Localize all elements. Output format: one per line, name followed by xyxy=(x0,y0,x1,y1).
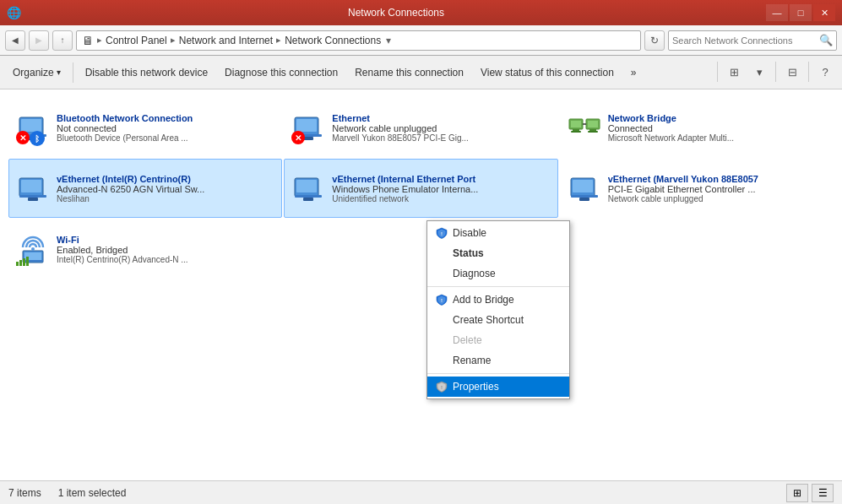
shield-icon: ! xyxy=(436,227,448,239)
svg-text:!: ! xyxy=(441,231,443,236)
help-button[interactable]: ? xyxy=(813,62,837,84)
toolbar-separator-2 xyxy=(717,62,718,82)
title-bar: 🌐 Network Connections — □ ✕ xyxy=(0,0,842,25)
ctx-rename[interactable]: Rename xyxy=(427,350,569,371)
ethernet-status: Network cable unplugged xyxy=(332,123,550,133)
ctx-disable-label: Disable xyxy=(453,227,486,239)
more-button[interactable]: » xyxy=(623,60,644,85)
toolbar: Organize ▾ Disable this network device D… xyxy=(0,56,842,89)
svg-rect-24 xyxy=(303,198,313,201)
ctx-create-shortcut[interactable]: Create Shortcut xyxy=(427,310,569,330)
vethernet-internal-status: Windows Phone Emulator Interna... xyxy=(332,184,550,194)
ctx-add-bridge[interactable]: ! Add to Bridge xyxy=(427,290,569,310)
svg-rect-23 xyxy=(295,195,322,198)
wifi-status: Enabled, Bridged xyxy=(57,245,274,255)
connection-bluetooth[interactable]: ✕ ᛒ Bluetooth Network Connection Not con… xyxy=(8,98,282,157)
bluetooth-name: Bluetooth Network Connection xyxy=(57,113,274,123)
disable-label: Disable this network device xyxy=(85,67,208,79)
vethernet-intel-status: Advanced-N 6250 AGN Virtual Sw... xyxy=(57,184,274,194)
toolbar-separator-1 xyxy=(73,62,73,83)
maximize-button[interactable]: □ xyxy=(790,4,812,21)
vethernet-internal-detail: Unidentified network xyxy=(332,194,550,203)
organize-arrow: ▾ xyxy=(57,68,61,77)
connection-network-bridge[interactable]: Network Bridge Connected Microsoft Netwo… xyxy=(560,98,834,157)
view-controls: ⊞ ☰ xyxy=(786,484,834,502)
selected-count: 1 item selected xyxy=(58,487,127,499)
svg-rect-28 xyxy=(579,198,589,201)
ctx-separator-2 xyxy=(427,373,569,374)
list-view-button[interactable]: ☰ xyxy=(812,484,834,502)
address-path[interactable]: 🖥 ▸ Control Panel ▸ Network and Internet… xyxy=(76,30,641,51)
svg-rect-9 xyxy=(571,121,581,127)
vethernet-internal-icon xyxy=(291,171,325,205)
vethernet-intel-name: vEthernet (Intel(R) Centrino(R) xyxy=(57,174,274,184)
back-button[interactable]: ◀ xyxy=(5,30,25,51)
path-network-connections[interactable]: Network Connections xyxy=(285,35,381,46)
diagnose-label: Diagnose this connection xyxy=(225,67,338,79)
vethernet-marvell-icon xyxy=(568,171,601,205)
vethernet-marvell-name: vEthernet (Marvell Yukon 88E8057 xyxy=(608,174,826,184)
bluetooth-badge: ᛒ xyxy=(30,131,45,146)
close-button[interactable]: ✕ xyxy=(813,4,835,21)
svg-rect-7 xyxy=(303,137,313,140)
connection-vethernet-marvell[interactable]: vEthernet (Marvell Yukon 88E8057 PCI-E G… xyxy=(560,159,834,218)
ctx-diagnose[interactable]: Diagnose xyxy=(427,263,569,284)
ctx-disable[interactable]: ! Disable xyxy=(427,223,569,243)
ctx-add-bridge-label: Add to Bridge xyxy=(453,294,514,306)
bridge-detail: Microsoft Network Adapter Multi... xyxy=(608,133,826,143)
view-options-button[interactable]: ⊞ xyxy=(722,62,746,84)
svg-rect-27 xyxy=(571,195,598,198)
svg-rect-14 xyxy=(589,129,596,131)
rename-button[interactable]: Rename this connection xyxy=(347,60,471,85)
ctx-status-label: Status xyxy=(453,247,484,259)
svg-rect-13 xyxy=(588,121,598,127)
disable-network-button[interactable]: Disable this network device xyxy=(78,60,215,85)
ctx-properties-label: Properties xyxy=(453,381,499,393)
svg-rect-1 xyxy=(21,119,41,132)
vethernet-marvell-detail: Network cable unplugged xyxy=(608,194,826,203)
shield-icon-2: ! xyxy=(436,294,448,306)
ctx-status[interactable]: Status xyxy=(427,243,569,263)
view-status-label: View status of this connection xyxy=(481,67,614,79)
wifi-detail: Intel(R) Centrino(R) Advanced-N ... xyxy=(57,255,274,264)
svg-rect-26 xyxy=(573,180,593,192)
vethernet-intel-detail: Neslihan xyxy=(57,194,274,203)
vethernet-internal-name: vEthernet (Internal Ethernet Port xyxy=(332,174,550,184)
path-icon: 🖥 xyxy=(82,34,94,47)
connection-ethernet[interactable]: ✕ Ethernet Network cable unplugged Marve… xyxy=(284,98,557,157)
view-status-button[interactable]: View status of this connection xyxy=(473,60,622,85)
toolbar-separator-3 xyxy=(775,62,776,82)
ctx-properties[interactable]: ! Properties xyxy=(427,377,569,397)
refresh-button[interactable]: ↻ xyxy=(644,30,665,51)
up-button[interactable]: ↑ xyxy=(52,30,73,51)
svg-text:!: ! xyxy=(441,298,443,303)
window-title: Network Connections xyxy=(26,7,766,19)
diagnose-button[interactable]: Diagnose this connection xyxy=(217,60,345,85)
svg-rect-15 xyxy=(588,131,598,133)
status-bar: 7 items 1 item selected ⊞ ☰ xyxy=(0,480,842,504)
connections-grid: ✕ ᛒ Bluetooth Network Connection Not con… xyxy=(0,89,842,480)
network-bridge-icon xyxy=(568,111,601,144)
organize-button[interactable]: Organize ▾ xyxy=(5,60,68,85)
grid-view-button[interactable]: ⊞ xyxy=(786,484,808,502)
path-control-panel[interactable]: Control Panel xyxy=(106,35,167,46)
ctx-diagnose-label: Diagnose xyxy=(453,268,496,279)
ethernet-icon: ✕ xyxy=(291,111,325,144)
ethernet-detail: Marvell Yukon 88E8057 PCI-E Gig... xyxy=(332,133,550,143)
items-count: 7 items xyxy=(8,487,41,499)
search-input[interactable] xyxy=(672,35,818,46)
connection-vethernet-intel[interactable]: vEthernet (Intel(R) Centrino(R) Advanced… xyxy=(8,159,282,218)
svg-rect-5 xyxy=(296,119,317,132)
view-toggle-button[interactable]: ▾ xyxy=(747,62,771,84)
minimize-button[interactable]: — xyxy=(766,4,788,21)
preview-button[interactable]: ⊟ xyxy=(780,62,804,84)
path-network-internet[interactable]: Network and Internet xyxy=(179,35,273,46)
ctx-create-shortcut-label: Create Shortcut xyxy=(453,314,524,326)
more-arrow: » xyxy=(631,67,637,79)
forward-button[interactable]: ▶ xyxy=(29,30,49,51)
organize-label: Organize xyxy=(13,67,54,79)
search-box[interactable]: 🔍 xyxy=(668,30,837,51)
connection-wifi[interactable]: Wi-Fi Enabled, Bridged Intel(R) Centrino… xyxy=(8,219,282,279)
toolbar-separator-4 xyxy=(808,62,809,82)
connection-vethernet-internal[interactable]: vEthernet (Internal Ethernet Port Window… xyxy=(284,159,557,218)
